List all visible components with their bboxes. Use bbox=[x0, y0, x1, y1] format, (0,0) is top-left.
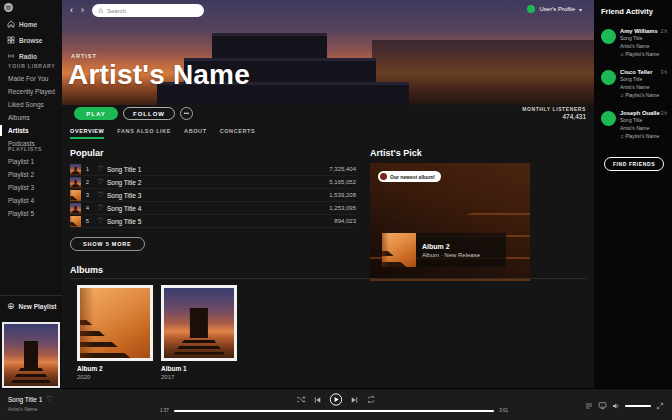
song-row-5[interactable]: 5 ♡ Song Title 5 894,023 bbox=[70, 215, 356, 228]
sidebar-item-playlist-5[interactable]: Playlist 5 bbox=[0, 207, 62, 220]
playlists-section: PLAYLISTS Playlist 1 Playlist 2 Playlist… bbox=[0, 143, 62, 220]
song-row-1[interactable]: 1 ♡ Song Title 1 7,325,404 bbox=[70, 163, 356, 176]
sidebar-item-recently-played[interactable]: Recently Played bbox=[0, 85, 62, 98]
sidebar-item-made-for-you[interactable]: Made For You bbox=[0, 72, 62, 85]
sidebar-item-playlist-1[interactable]: Playlist 1 bbox=[0, 155, 62, 168]
album-card-album-1[interactable]: Album 1 2017 bbox=[161, 285, 237, 380]
song-3-heart-icon[interactable]: ♡ bbox=[94, 191, 107, 199]
friend-playlist-name: Playlist's Name bbox=[625, 133, 659, 139]
friend-time: 3 h bbox=[661, 70, 667, 75]
search-input[interactable] bbox=[107, 8, 187, 14]
song-2-heart-icon[interactable]: ♡ bbox=[94, 178, 107, 186]
song-4-heart-icon[interactable]: ♡ bbox=[94, 204, 107, 212]
tab-about[interactable]: ABOUT bbox=[184, 128, 207, 139]
sidebar-item-artists[interactable]: Artists bbox=[0, 124, 62, 137]
sidebar-item-playlist-4[interactable]: Playlist 4 bbox=[0, 194, 62, 207]
now-playing-heart-icon[interactable]: ♡ bbox=[46, 395, 52, 403]
follow-button[interactable]: FOLLOW bbox=[123, 107, 175, 120]
song-row-3[interactable]: 3 ♡ Song Title 3 1,539,208 bbox=[70, 189, 356, 202]
friend-row-amy-williams[interactable]: Amy Williams 2 h Song Title Artist's Nam… bbox=[601, 28, 667, 57]
song-1-heart-icon[interactable]: ♡ bbox=[94, 165, 107, 173]
song-row-2[interactable]: 2 ♡ Song Title 2 5,165,052 bbox=[70, 176, 356, 189]
friend-row-cisco-teller[interactable]: Cisco Teller 3 h Song Title Artist's Nam… bbox=[601, 69, 667, 98]
music-note-icon: ♫ bbox=[620, 51, 624, 57]
volume-icon[interactable] bbox=[612, 402, 620, 410]
new-playlist-button[interactable]: ⊕ New Playlist bbox=[0, 295, 62, 316]
song-3-playcount: 1,539,208 bbox=[329, 192, 356, 198]
previous-track-button[interactable] bbox=[314, 396, 322, 404]
browse-icon bbox=[7, 36, 15, 44]
shuffle-button[interactable] bbox=[297, 395, 306, 404]
song-3-thumbnail bbox=[70, 190, 81, 201]
library-section: YOUR LIBRARY Made For You Recently Playe… bbox=[0, 60, 62, 150]
user-profile-menu[interactable]: User's Profile ▾ bbox=[527, 5, 582, 13]
friend-playlist-name: Playlist's Name bbox=[625, 92, 659, 98]
song-2-index: 2 bbox=[81, 179, 94, 185]
sidebar-item-playlist-2[interactable]: Playlist 2 bbox=[0, 168, 62, 181]
friend-time: 2 h bbox=[661, 29, 667, 34]
artists-pick-card[interactable]: Our newest album! Album 2 Album · New Re… bbox=[370, 163, 530, 281]
fullscreen-icon[interactable] bbox=[656, 402, 664, 410]
now-playing-artwork[interactable] bbox=[2, 322, 60, 388]
artists-pick-album-title: Album 2 bbox=[422, 243, 480, 250]
search-icon bbox=[98, 8, 104, 14]
search-bar[interactable] bbox=[92, 4, 204, 17]
nav-browse[interactable]: Browse bbox=[0, 32, 62, 48]
more-options-button[interactable]: ••• bbox=[180, 107, 193, 120]
show-more-button[interactable]: SHOW 5 MORE bbox=[70, 237, 145, 251]
now-playing-title: Song Title 1 bbox=[8, 396, 42, 403]
play-button[interactable]: PLAY bbox=[74, 107, 118, 120]
left-sidebar: Home Browse Radio YOUR LIBRARY Made For … bbox=[0, 0, 62, 388]
elapsed-time: 1:37 bbox=[160, 408, 169, 413]
progress-bar[interactable] bbox=[174, 410, 494, 412]
back-button[interactable]: ‹ bbox=[70, 4, 73, 17]
friend-avatar bbox=[601, 29, 616, 44]
playback-controls bbox=[297, 393, 376, 406]
tab-concerts[interactable]: CONCERTS bbox=[220, 128, 256, 139]
friend-song: Song Title bbox=[620, 36, 667, 42]
queue-icon[interactable] bbox=[585, 402, 593, 410]
devices-icon[interactable] bbox=[598, 401, 607, 410]
progress-row: 1:37 3:01 bbox=[160, 408, 508, 413]
album-1-cover bbox=[161, 285, 237, 361]
find-friends-button[interactable]: FIND FRIENDS bbox=[604, 157, 664, 171]
song-row-4[interactable]: 4 ♡ Song Title 4 1,253,095 bbox=[70, 202, 356, 215]
spotify-app: Home Browse Radio YOUR LIBRARY Made For … bbox=[0, 0, 672, 420]
friend-info: Amy Williams 2 h Song Title Artist's Nam… bbox=[620, 28, 667, 57]
artists-pick-badge-label: Our newest album! bbox=[390, 174, 435, 180]
sidebar-item-albums[interactable]: Albums bbox=[0, 111, 62, 124]
album-1-year: 2017 bbox=[161, 374, 237, 380]
artist-tabs: OVERVIEW FANS ALSO LIKE ABOUT CONCERTS bbox=[70, 128, 255, 139]
next-track-button[interactable] bbox=[351, 396, 359, 404]
music-note-icon: ♫ bbox=[620, 92, 624, 98]
song-5-heart-icon[interactable]: ♡ bbox=[94, 217, 107, 225]
song-5-playcount: 894,023 bbox=[334, 218, 356, 224]
now-playing-info: Song Title 1 ♡ Artist's Name bbox=[8, 395, 53, 412]
volume-slider[interactable] bbox=[625, 405, 651, 407]
sidebar-item-playlist-3[interactable]: Playlist 3 bbox=[0, 181, 62, 194]
song-1-playcount: 7,325,404 bbox=[329, 166, 356, 172]
popular-heading: Popular bbox=[70, 148, 356, 158]
artists-pick-album-strip[interactable]: Album 2 Album · New Release bbox=[382, 233, 506, 267]
tab-overview[interactable]: OVERVIEW bbox=[70, 128, 104, 139]
album-card-album-2[interactable]: Album 2 2020 bbox=[77, 285, 153, 380]
nav-home[interactable]: Home bbox=[0, 16, 62, 32]
forward-button[interactable]: › bbox=[81, 4, 84, 17]
radio-icon bbox=[7, 52, 15, 60]
sidebar-item-liked-songs[interactable]: Liked Songs bbox=[0, 98, 62, 111]
album-1-art bbox=[4, 324, 58, 386]
friend-playlist: ♫ Playlist's Name bbox=[620, 92, 667, 98]
artist-actions: PLAY FOLLOW ••• MONTHLY LISTENERS 474,43… bbox=[62, 106, 594, 124]
chevron-down-icon: ▾ bbox=[579, 6, 582, 13]
repeat-button[interactable] bbox=[367, 395, 376, 404]
friend-row-joseph-oualle[interactable]: Joseph Oualle 3 h Song Title Artist's Na… bbox=[601, 110, 667, 139]
song-5-index: 5 bbox=[81, 218, 94, 224]
play-pause-button[interactable] bbox=[330, 393, 343, 406]
song-4-index: 4 bbox=[81, 205, 94, 211]
volume-fill bbox=[625, 405, 651, 407]
albums-section: Albums Album 2 2020 Album 1 2017 bbox=[70, 265, 586, 279]
tab-fans-also-like[interactable]: FANS ALSO LIKE bbox=[117, 128, 171, 139]
artists-pick-heading: Artist's Pick bbox=[370, 148, 530, 158]
duration-time: 3:01 bbox=[499, 408, 508, 413]
friend-name: Cisco Teller bbox=[620, 69, 652, 75]
